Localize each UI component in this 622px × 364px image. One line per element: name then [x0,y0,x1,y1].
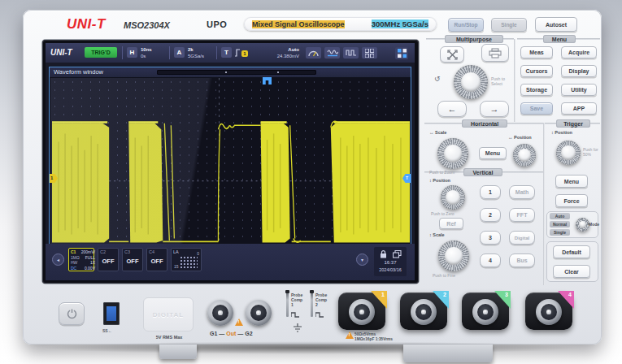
device-foot-left [159,344,197,359]
undo-symbol: ↺ [434,75,441,83]
cursors-button[interactable]: Cursors [520,65,553,77]
channel2-input: 2 [400,292,447,330]
save-button[interactable]: Save [520,102,553,115]
vertical-scale-label: ↕ Scale [429,232,445,237]
channel1-status-box[interactable]: C1200mV/ 1MΩFULL HW1X DC0.00V [68,248,94,271]
display-button[interactable]: Display [561,65,597,77]
probe-comp-1-label: Probe Comp 1 [291,292,302,307]
quick-menu-button[interactable]: ▾ [356,254,368,266]
channel2-status-box[interactable]: C2OFF [98,248,119,271]
trigger-mode-knob[interactable] [576,218,589,232]
trigger-source-tile: 1 [241,50,248,57]
horizontal-status-tile[interactable]: H [127,47,137,58]
printer-icon [489,48,502,58]
vertical-scale-knob[interactable] [438,240,469,271]
channel3-button[interactable]: 3 [480,231,501,245]
bandwidth-label: 300MHz 5GSa/s [372,20,428,28]
print-button[interactable] [481,44,509,62]
storage-button[interactable]: Storage [520,84,553,96]
screenshot-icon[interactable] [393,250,402,258]
spec-pill: Mixed Signal Oscilloscope 300MHz 5GSa/s [244,17,437,31]
input-warning-icon [346,332,354,339]
model-label: MSO2304X [124,20,170,30]
bus-button[interactable]: Bus [509,254,535,267]
probe-comp-2-label: Probe Comp 2 [315,292,327,307]
la-label: LA [173,249,179,254]
channel-bar-collapse-button[interactable]: ◂ [52,254,64,266]
probe-comp-terminal-2 [311,292,313,317]
device-shadow [41,341,577,354]
g2-label: G2 [245,331,252,336]
menu-launcher-icon[interactable] [395,47,408,59]
trigger-position-label: ↕ Position [551,130,572,135]
g1-label: G1 [210,331,217,336]
single-button[interactable]: Single [491,18,527,32]
channel4-button[interactable]: 4 [480,254,501,267]
screen-bottom-bar: ◂ C1200mV/ 1MΩFULL HW1X DC0.00V C2OFF C3… [46,244,415,280]
app-button[interactable]: APP [561,102,597,115]
section-menu: Menu [543,35,576,43]
navigate-left-button[interactable]: ← [437,101,467,117]
acquire-button[interactable]: Acquire [561,46,597,58]
trigger-level-knob[interactable] [556,141,581,165]
trigger-slope-icon [234,49,241,57]
trigger-status-badge: TRIG'D [85,47,117,58]
c1-coupling: DC [71,266,80,271]
lock-icon[interactable] [380,250,387,258]
multipurpose-knob[interactable] [454,65,488,99]
horizontal-position-label: ↔ Position [508,135,532,140]
dvm-icon[interactable] [306,47,321,58]
horizontal-position-knob[interactable] [513,144,536,167]
ref-button[interactable]: Ref [439,218,463,229]
clear-button[interactable]: Clear [553,265,590,278]
utility-button[interactable]: Utility [561,84,597,96]
usb-port[interactable] [103,302,120,325]
trigger-mode-value: Auto [288,47,299,52]
fft-button[interactable]: FFT [509,208,535,222]
meas-button[interactable]: Meas [520,46,553,58]
vertical-position-knob[interactable] [441,185,465,210]
horizontal-scale-knob[interactable] [437,138,468,169]
device-foot-right [403,344,493,362]
h-scale-value: 10ns [141,47,152,52]
logic-analyzer-status-box[interactable]: LA 0 15 [171,248,202,271]
power-button[interactable] [59,302,85,325]
channel2-bnc [411,299,437,325]
channel2-button[interactable]: 2 [480,208,501,222]
horizontal-menu-button[interactable]: Menu [479,147,507,159]
channel1-bnc [349,299,375,325]
screen: UNI-T TRIG'D H 10ns0s A 2k5GSa/s T 1 Aut… [46,43,415,280]
force-button[interactable]: Force [555,194,588,207]
awg-icon[interactable] [324,47,340,58]
rms-label: 5V RMS Max [146,335,192,340]
trigger-menu-button[interactable]: Menu [555,175,588,188]
math-button[interactable]: Math [509,185,535,199]
waveform-scrollbar[interactable] [157,70,316,75]
date-value: 2024/03/16 [374,267,407,272]
navigate-right-button[interactable]: → [480,101,509,117]
trigger-status-tile[interactable]: T [221,47,232,58]
acquire-status-tile[interactable]: A [174,47,185,58]
channel1-button[interactable]: 1 [480,185,501,199]
probe-comp-terminal-1 [286,292,289,317]
run-stop-button[interactable]: Run/Stop [448,18,484,32]
horizontal-scale-label: ↔ Scale [429,130,446,135]
channel4-input: 4 [525,292,572,330]
digital-button[interactable]: Digital [509,231,535,245]
power-icon [67,309,77,319]
channel1-input: 1 [338,292,385,330]
channel3-status-box[interactable]: C3OFF [122,248,143,271]
digital-channels-icon[interactable] [343,47,359,58]
brand-logo: UNI-T [67,16,106,32]
mem-depth-value: 2k [188,47,194,52]
apps-grid-icon[interactable] [362,47,377,58]
default-button[interactable]: Default [553,245,590,258]
time-value: 16:37 [374,260,407,265]
digital-port-cover[interactable]: DIGITAL [143,297,194,332]
channel4-status-box[interactable]: C4OFF [146,248,167,271]
gen2-output-bnc [246,300,272,326]
trigger-level-value: 24.380mV [277,54,299,58]
gen-labels: G1 — Out — G2 [210,331,253,336]
zoom-touch-button[interactable] [440,46,464,63]
autoset-button[interactable]: Autoset [535,17,577,32]
